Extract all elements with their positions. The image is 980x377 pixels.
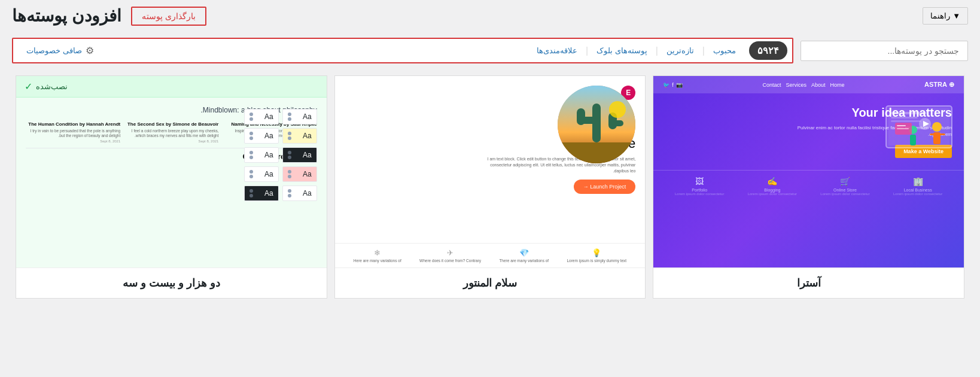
font-sample-10: Aa — [244, 186, 279, 201]
hello-feature-3: ✈ Where does it come from? Contrary — [419, 248, 481, 263]
astra-feature-local: 🏢 Local Business Lorem ipsum dolor conse… — [893, 177, 942, 196]
filter-block[interactable]: پوسته‌های بلوک — [588, 42, 656, 59]
hello-bottom-features: 💡 Lorem ipsum is simply dummy text 💎 The… — [335, 243, 646, 267]
toolbar: ۵۹۲۴ محبوب | تازه‌ترین | پوسته‌های بلوک … — [0, 32, 980, 69]
svg-point-5 — [932, 122, 942, 132]
installed-badge: نصب‌شده ✓ — [16, 76, 327, 98]
astra-nav-links: HomeAboutServicesContact — [762, 82, 844, 88]
svg-rect-10 — [910, 135, 916, 145]
guide-button[interactable]: ▼ راهنما — [923, 7, 968, 25]
theme-count-badge: ۵۹۲۴ — [749, 41, 787, 60]
svg-rect-15 — [897, 128, 909, 129]
font-samples: Aa Aa Aa Aa — [244, 109, 317, 201]
svg-rect-4 — [891, 120, 921, 122]
blog-post-2: The Second Sex by Simone de Beauvoir I f… — [124, 121, 218, 143]
astra-feature-portfolio: 🖼 Portfolio Lorem ipsum dolor consectetu… — [675, 177, 724, 196]
separator: | — [656, 45, 658, 56]
astra-feature-blog: ✍ Blogging Lorem ipsum dolor consectetur — [748, 177, 797, 196]
font-sample-9: Aa — [282, 186, 317, 201]
filter-popular[interactable]: محبوب — [705, 42, 744, 59]
themes-grid: ⊕ ASTRA HomeAboutServicesContact 📷f🐦 You… — [0, 69, 980, 305]
advanced-filter-button[interactable]: ⚙ صافی خصوصیات — [18, 41, 102, 60]
astra-nav: ⊕ ASTRA HomeAboutServicesContact 📷f🐦 — [653, 76, 964, 93]
hello-feature-2: 💎 There are many variations of — [499, 248, 549, 263]
astra-illustration — [880, 94, 958, 172]
page-title: افزودن پوسته‌ها — [12, 6, 121, 26]
astra-social-icons: 📷f🐦 — [663, 82, 683, 88]
filter-bar: ۵۹۲۴ محبوب | تازه‌ترین | پوسته‌های بلوک … — [12, 38, 793, 63]
svg-rect-8 — [939, 133, 945, 135]
search-input[interactable] — [801, 41, 968, 61]
font-sample-7: Aa — [282, 166, 317, 182]
theme-card-hello[interactable]: E Hello Theme I am text block. Click edi… — [334, 75, 646, 299]
hello-feature-1: 💡 Lorem ipsum is simply dummy text — [567, 248, 626, 263]
blog-post-3: The Human Condition by Hannah Arendt I t… — [26, 121, 120, 143]
astra-preview: ⊕ ASTRA HomeAboutServicesContact 📷f🐦 You… — [653, 76, 964, 267]
gear-icon: ⚙ — [86, 45, 94, 56]
mindblown-preview: نصب‌شده ✓ Aa Aa Aa — [16, 76, 327, 267]
astra-theme-name: آسترا — [653, 267, 964, 298]
font-sample-5: Aa — [282, 147, 317, 163]
hello-launch-label: Launch Project → — [583, 184, 626, 190]
twentytwentythree-theme-name: دو هزار و بیست و سه — [16, 267, 327, 298]
svg-rect-2 — [891, 112, 927, 114]
svg-rect-3 — [891, 117, 918, 118]
font-sample-2: Aa — [244, 109, 279, 124]
svg-rect-21 — [577, 108, 585, 125]
theme-card-twentytwentythree[interactable]: نصب‌شده ✓ Aa Aa Aa — [16, 75, 327, 299]
separator: | — [702, 45, 705, 56]
hello-circle-image — [558, 86, 635, 163]
theme-card-astra[interactable]: ⊕ ASTRA HomeAboutServicesContact 📷f🐦 You… — [653, 75, 964, 299]
font-sample-6: Aa — [244, 147, 279, 163]
font-sample-4: Aa — [244, 128, 279, 144]
upload-theme-button[interactable]: بارگذاری پوسته — [131, 7, 206, 26]
hello-theme-name: سلام المنتور — [335, 267, 646, 298]
astra-feature-store: 🛒 Online Store Lorem ipsum dolor consect… — [820, 177, 869, 196]
filter-latest[interactable]: تازه‌ترین — [658, 42, 702, 59]
separator: | — [586, 45, 588, 56]
hello-launch-button[interactable]: Launch Project → — [574, 180, 636, 194]
svg-point-23 — [609, 101, 626, 118]
font-sample-3: Aa — [282, 128, 317, 144]
hello-feature-4: ❄ Here are many variations of — [354, 248, 401, 263]
advanced-filter-label: صافی خصوصیات — [26, 46, 82, 55]
svg-rect-7 — [930, 133, 936, 135]
astra-logo: ⊕ ASTRA — [924, 81, 954, 89]
filter-favorites[interactable]: علاقه‌مندی‌ها — [528, 42, 586, 59]
hello-preview: E Hello Theme I am text block. Click edi… — [335, 76, 646, 267]
astra-bottom-features: 🏢 Local Business Lorem ipsum dolor conse… — [653, 170, 964, 202]
font-sample-1: Aa — [282, 109, 317, 124]
font-sample-8: Aa — [244, 166, 279, 182]
top-bar: ▼ راهنما بارگذاری پوسته افزودن پوسته‌ها — [0, 0, 980, 32]
svg-rect-14 — [897, 125, 906, 126]
checkmark-icon: ✓ — [25, 81, 32, 92]
guide-label: راهنما — [930, 11, 950, 20]
installed-label: نصب‌شده — [36, 82, 68, 91]
arrow-down-icon: ▼ — [952, 11, 960, 20]
